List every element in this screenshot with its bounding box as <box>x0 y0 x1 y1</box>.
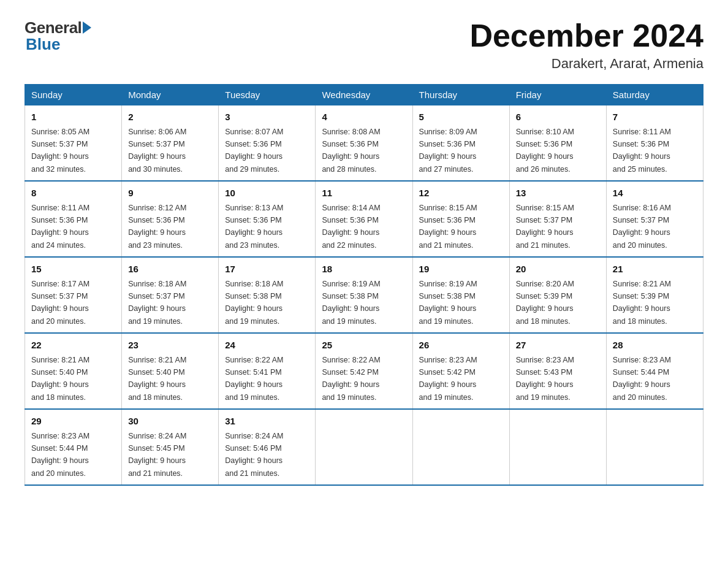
day-info: Sunrise: 8:11 AMSunset: 5:36 PMDaylight:… <box>31 204 89 250</box>
day-number: 3 <box>225 110 309 124</box>
calendar-cell: 29 Sunrise: 8:23 AMSunset: 5:44 PMDaylig… <box>25 409 122 485</box>
logo: General Blue <box>25 18 91 54</box>
day-number: 24 <box>225 339 309 353</box>
day-number: 22 <box>31 339 115 353</box>
calendar-cell: 22 Sunrise: 8:21 AMSunset: 5:40 PMDaylig… <box>25 333 122 409</box>
day-number: 15 <box>31 262 115 277</box>
day-info: Sunrise: 8:13 AMSunset: 5:36 PMDaylight:… <box>225 204 283 250</box>
location-subtitle: Darakert, Ararat, Armenia <box>469 56 703 72</box>
calendar-cell: 23 Sunrise: 8:21 AMSunset: 5:40 PMDaylig… <box>122 333 219 409</box>
day-info: Sunrise: 8:23 AMSunset: 5:44 PMDaylight:… <box>31 432 89 478</box>
day-info: Sunrise: 8:21 AMSunset: 5:40 PMDaylight:… <box>31 356 89 402</box>
day-info: Sunrise: 8:24 AMSunset: 5:45 PMDaylight:… <box>128 432 186 478</box>
day-info: Sunrise: 8:06 AMSunset: 5:37 PMDaylight:… <box>128 128 186 174</box>
day-number: 1 <box>31 110 115 124</box>
day-info: Sunrise: 8:16 AMSunset: 5:37 PMDaylight:… <box>613 204 671 250</box>
header-wednesday: Wednesday <box>316 85 412 105</box>
day-info: Sunrise: 8:18 AMSunset: 5:37 PMDaylight:… <box>128 280 186 326</box>
day-info: Sunrise: 8:08 AMSunset: 5:36 PMDaylight:… <box>322 128 380 174</box>
day-number: 28 <box>613 339 697 353</box>
day-info: Sunrise: 8:23 AMSunset: 5:44 PMDaylight:… <box>613 356 671 402</box>
calendar-cell <box>606 409 703 485</box>
day-info: Sunrise: 8:05 AMSunset: 5:37 PMDaylight:… <box>31 128 89 174</box>
day-info: Sunrise: 8:20 AMSunset: 5:39 PMDaylight:… <box>516 280 574 326</box>
logo-arrow-icon <box>83 21 91 34</box>
day-info: Sunrise: 8:21 AMSunset: 5:39 PMDaylight:… <box>613 280 671 326</box>
day-number: 31 <box>225 415 309 429</box>
day-number: 5 <box>419 110 503 124</box>
day-info: Sunrise: 8:22 AMSunset: 5:41 PMDaylight:… <box>225 356 283 402</box>
calendar-cell: 27 Sunrise: 8:23 AMSunset: 5:43 PMDaylig… <box>509 333 606 409</box>
day-number: 26 <box>419 339 503 353</box>
calendar-cell <box>316 409 412 485</box>
calendar-cell: 14 Sunrise: 8:16 AMSunset: 5:37 PMDaylig… <box>606 181 703 257</box>
calendar-week-row: 8 Sunrise: 8:11 AMSunset: 5:36 PMDayligh… <box>25 181 703 257</box>
header-saturday: Saturday <box>606 85 703 105</box>
day-number: 19 <box>419 262 503 277</box>
calendar-header-row: SundayMondayTuesdayWednesdayThursdayFrid… <box>25 85 703 105</box>
calendar-cell <box>412 409 509 485</box>
header-friday: Friday <box>509 85 606 105</box>
header-thursday: Thursday <box>412 85 509 105</box>
calendar-week-row: 1 Sunrise: 8:05 AMSunset: 5:37 PMDayligh… <box>25 105 703 182</box>
day-number: 4 <box>322 110 406 124</box>
day-number: 7 <box>613 110 697 124</box>
day-info: Sunrise: 8:15 AMSunset: 5:37 PMDaylight:… <box>516 204 574 250</box>
day-info: Sunrise: 8:10 AMSunset: 5:36 PMDaylight:… <box>516 128 574 174</box>
calendar-cell <box>509 409 606 485</box>
calendar-cell: 5 Sunrise: 8:09 AMSunset: 5:36 PMDayligh… <box>412 105 509 182</box>
day-number: 16 <box>128 262 212 277</box>
day-number: 9 <box>128 186 212 201</box>
day-number: 6 <box>516 110 600 124</box>
day-info: Sunrise: 8:24 AMSunset: 5:46 PMDaylight:… <box>225 432 283 478</box>
calendar-week-row: 29 Sunrise: 8:23 AMSunset: 5:44 PMDaylig… <box>25 409 703 485</box>
day-number: 29 <box>31 415 115 429</box>
day-number: 21 <box>613 262 697 277</box>
header-monday: Monday <box>122 85 219 105</box>
logo-blue-text: Blue <box>25 35 60 54</box>
calendar-cell: 31 Sunrise: 8:24 AMSunset: 5:46 PMDaylig… <box>219 409 316 485</box>
calendar-cell: 2 Sunrise: 8:06 AMSunset: 5:37 PMDayligh… <box>122 105 219 182</box>
day-number: 30 <box>128 415 212 429</box>
calendar-cell: 17 Sunrise: 8:18 AMSunset: 5:38 PMDaylig… <box>219 257 316 333</box>
calendar-cell: 18 Sunrise: 8:19 AMSunset: 5:38 PMDaylig… <box>316 257 412 333</box>
day-info: Sunrise: 8:07 AMSunset: 5:36 PMDaylight:… <box>225 128 283 174</box>
day-number: 11 <box>322 186 406 201</box>
day-number: 25 <box>322 339 406 353</box>
calendar-cell: 9 Sunrise: 8:12 AMSunset: 5:36 PMDayligh… <box>122 181 219 257</box>
day-info: Sunrise: 8:12 AMSunset: 5:36 PMDaylight:… <box>128 204 186 250</box>
day-info: Sunrise: 8:09 AMSunset: 5:36 PMDaylight:… <box>419 128 477 174</box>
calendar-cell: 16 Sunrise: 8:18 AMSunset: 5:37 PMDaylig… <box>122 257 219 333</box>
calendar-cell: 12 Sunrise: 8:15 AMSunset: 5:36 PMDaylig… <box>412 181 509 257</box>
calendar-cell: 28 Sunrise: 8:23 AMSunset: 5:44 PMDaylig… <box>606 333 703 409</box>
day-info: Sunrise: 8:15 AMSunset: 5:36 PMDaylight:… <box>419 204 477 250</box>
day-info: Sunrise: 8:21 AMSunset: 5:40 PMDaylight:… <box>128 356 186 402</box>
day-info: Sunrise: 8:23 AMSunset: 5:42 PMDaylight:… <box>419 356 477 402</box>
calendar-cell: 26 Sunrise: 8:23 AMSunset: 5:42 PMDaylig… <box>412 333 509 409</box>
day-info: Sunrise: 8:11 AMSunset: 5:36 PMDaylight:… <box>613 128 671 174</box>
day-number: 13 <box>516 186 600 201</box>
calendar-cell: 1 Sunrise: 8:05 AMSunset: 5:37 PMDayligh… <box>25 105 122 182</box>
day-number: 10 <box>225 186 309 201</box>
calendar-cell: 7 Sunrise: 8:11 AMSunset: 5:36 PMDayligh… <box>606 105 703 182</box>
calendar-week-row: 15 Sunrise: 8:17 AMSunset: 5:37 PMDaylig… <box>25 257 703 333</box>
title-block: December 2024 Darakert, Ararat, Armenia <box>469 18 703 72</box>
day-info: Sunrise: 8:19 AMSunset: 5:38 PMDaylight:… <box>419 280 477 326</box>
calendar-cell: 11 Sunrise: 8:14 AMSunset: 5:36 PMDaylig… <box>316 181 412 257</box>
calendar-cell: 13 Sunrise: 8:15 AMSunset: 5:37 PMDaylig… <box>509 181 606 257</box>
calendar-cell: 8 Sunrise: 8:11 AMSunset: 5:36 PMDayligh… <box>25 181 122 257</box>
calendar-cell: 24 Sunrise: 8:22 AMSunset: 5:41 PMDaylig… <box>219 333 316 409</box>
calendar-cell: 30 Sunrise: 8:24 AMSunset: 5:45 PMDaylig… <box>122 409 219 485</box>
day-info: Sunrise: 8:14 AMSunset: 5:36 PMDaylight:… <box>322 204 380 250</box>
day-number: 23 <box>128 339 212 353</box>
day-info: Sunrise: 8:18 AMSunset: 5:38 PMDaylight:… <box>225 280 283 326</box>
calendar-cell: 25 Sunrise: 8:22 AMSunset: 5:42 PMDaylig… <box>316 333 412 409</box>
day-number: 2 <box>128 110 212 124</box>
day-number: 14 <box>613 186 697 201</box>
day-number: 8 <box>31 186 115 201</box>
calendar-cell: 21 Sunrise: 8:21 AMSunset: 5:39 PMDaylig… <box>606 257 703 333</box>
calendar-week-row: 22 Sunrise: 8:21 AMSunset: 5:40 PMDaylig… <box>25 333 703 409</box>
page-header: General Blue December 2024 Darakert, Ara… <box>25 18 703 72</box>
day-number: 27 <box>516 339 600 353</box>
day-info: Sunrise: 8:23 AMSunset: 5:43 PMDaylight:… <box>516 356 574 402</box>
